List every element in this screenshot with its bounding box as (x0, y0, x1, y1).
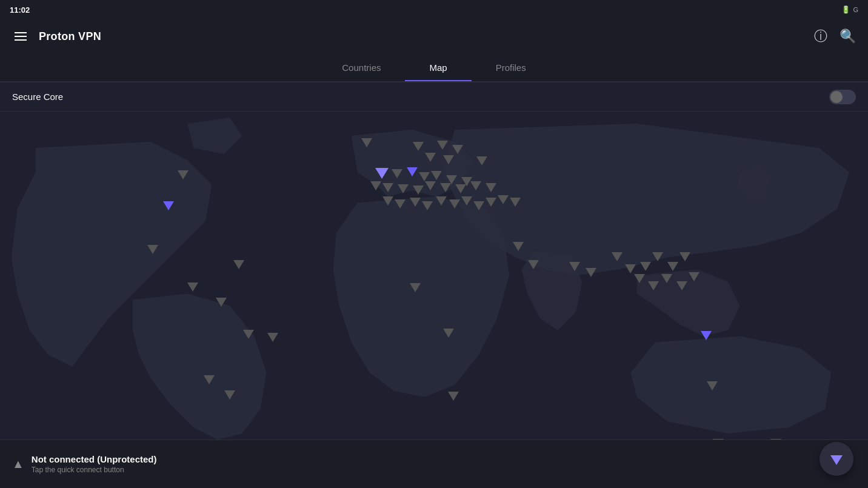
header-right: ⓘ 🔍 (814, 27, 856, 45)
map-marker-m31[interactable] (473, 201, 484, 210)
map-marker-m21[interactable] (455, 184, 466, 193)
map-marker-m41[interactable] (243, 330, 254, 339)
map-marker-m32[interactable] (486, 198, 496, 207)
map-marker-m50[interactable] (612, 252, 623, 261)
map-marker-m49[interactable] (586, 268, 596, 277)
map-marker-m10[interactable] (407, 167, 418, 176)
map-marker-m38[interactable] (233, 260, 244, 269)
search-icon[interactable]: 🔍 (840, 28, 856, 44)
map-marker-m25[interactable] (395, 199, 406, 209)
map-marker-m11[interactable] (419, 172, 430, 181)
map-marker-m7[interactable] (443, 155, 454, 164)
secure-core-bar: Secure Core (0, 82, 868, 112)
battery-icon: 🔋 (841, 5, 850, 14)
map-marker-m29[interactable] (449, 199, 460, 209)
map-marker-m33[interactable] (498, 195, 509, 204)
map-marker-m43[interactable] (224, 390, 235, 399)
map-marker-m46[interactable] (513, 242, 524, 251)
map-marker-m42[interactable] (204, 375, 215, 384)
map-marker-m30[interactable] (461, 196, 472, 206)
secure-core-toggle[interactable] (829, 90, 856, 104)
map-marker-m2[interactable] (413, 142, 424, 151)
time-display: 11:02 (10, 5, 30, 15)
connection-status-subtitle: Tap the quick connect button (32, 466, 856, 474)
map-marker-m3[interactable] (437, 141, 448, 150)
quick-connect-icon (830, 455, 843, 465)
map-marker-m44[interactable] (267, 333, 278, 342)
map-marker-m12[interactable] (431, 171, 442, 180)
map-marker-m60[interactable] (689, 272, 699, 281)
map-marker-m52[interactable] (640, 262, 651, 271)
tab-map[interactable]: Map (405, 55, 471, 81)
map-marker-m16[interactable] (382, 183, 393, 192)
signal-icon: G (853, 6, 858, 13)
map-marker-m17[interactable] (398, 184, 409, 193)
map-marker-m53[interactable] (652, 252, 663, 261)
map-marker-m58[interactable] (661, 274, 672, 283)
map-marker-m47[interactable] (528, 260, 539, 269)
quick-connect-button[interactable] (820, 442, 853, 476)
map-marker-m48[interactable] (569, 262, 580, 271)
map-marker-m1[interactable] (361, 138, 372, 147)
shield-icon: ▲ (12, 457, 24, 471)
map-marker-m61[interactable] (701, 331, 712, 340)
app-title: Proton VPN (39, 30, 101, 43)
hamburger-line (15, 39, 27, 41)
map-marker-m28[interactable] (436, 196, 447, 206)
map-marker-m57[interactable] (648, 281, 659, 290)
map-marker-m5[interactable] (476, 156, 487, 165)
tab-countries[interactable]: Countries (318, 55, 405, 81)
map-marker-m40[interactable] (216, 298, 227, 307)
map-marker-m36[interactable] (178, 170, 189, 179)
status-time: 11:02 (10, 5, 30, 15)
map-marker-m34[interactable] (510, 198, 521, 207)
map-marker-m18[interactable] (413, 186, 424, 195)
map-marker-m4[interactable] (452, 145, 463, 154)
map-marker-m39[interactable] (187, 282, 198, 292)
map-marker-m54[interactable] (667, 262, 678, 271)
header-left: Proton VPN (12, 30, 101, 43)
map-marker-m19[interactable] (425, 181, 436, 190)
map-marker-m62[interactable] (443, 329, 454, 338)
map-marker-m37[interactable] (147, 245, 158, 254)
map-marker-m55[interactable] (679, 252, 690, 261)
map-marker-m59[interactable] (676, 281, 687, 290)
status-icons: 🔋 G (841, 5, 858, 14)
map-marker-m66[interactable] (707, 381, 718, 390)
map-marker-m26[interactable] (410, 198, 421, 207)
bottom-bar: ▲ Not connected (Unprotected) Tap the qu… (0, 440, 868, 488)
status-bar: 11:02 🔋 G (0, 0, 868, 19)
hamburger-line (15, 32, 27, 33)
map-container (0, 112, 868, 440)
map-marker-m22[interactable] (470, 181, 481, 190)
map-marker-m27[interactable] (422, 201, 433, 210)
map-marker-m15[interactable] (370, 181, 381, 190)
header: Proton VPN ⓘ 🔍 (0, 19, 868, 53)
map-marker-m8[interactable] (375, 168, 389, 179)
info-icon[interactable]: ⓘ (814, 27, 827, 45)
map-marker-m23[interactable] (486, 183, 496, 192)
tab-bar: Countries Map Profiles (0, 53, 868, 82)
connection-status-block: Not connected (Unprotected) Tap the quic… (32, 454, 856, 474)
map-marker-m45[interactable] (410, 283, 421, 292)
connection-status-title: Not connected (Unprotected) (32, 454, 856, 464)
map-marker-m20[interactable] (440, 183, 451, 192)
map-marker-m9[interactable] (392, 169, 402, 178)
secure-core-label: Secure Core (12, 92, 63, 102)
map-marker-m6[interactable] (425, 153, 436, 162)
map-marker-m51[interactable] (625, 264, 636, 273)
tab-profiles[interactable]: Profiles (472, 55, 550, 81)
hamburger-line (15, 36, 27, 37)
map-marker-m56[interactable] (634, 274, 645, 283)
map-marker-m35[interactable] (163, 201, 174, 210)
map-marker-m65[interactable] (448, 392, 459, 401)
menu-button[interactable] (12, 30, 29, 43)
map-marker-m24[interactable] (382, 196, 393, 206)
